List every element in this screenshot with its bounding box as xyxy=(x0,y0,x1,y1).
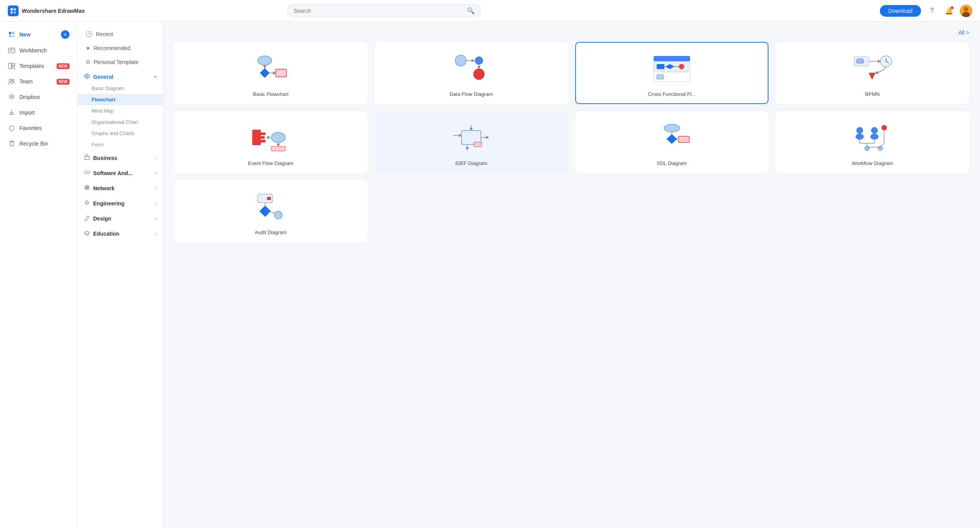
sidebar-item-new[interactable]: New + xyxy=(0,26,77,43)
new-icon xyxy=(8,31,16,38)
content-area: All > xyxy=(163,22,980,528)
mid-section-software[interactable]: Software And... › xyxy=(78,165,163,181)
mid-sub-flowchart[interactable]: Flowchart xyxy=(78,94,163,105)
sidebar-item-workbench[interactable]: Workbench xyxy=(0,43,77,58)
card-sdl-diagram[interactable]: SDL Diagram xyxy=(575,111,769,173)
sidebar-item-favorites-label: Favorites xyxy=(19,125,69,131)
recommended-icon: ★ xyxy=(85,45,90,52)
mid-sub-graphs-charts[interactable]: Graphs and Charts xyxy=(78,128,163,139)
mid-item-recommended[interactable]: ★ Recommended xyxy=(78,41,163,55)
svg-rect-57 xyxy=(271,146,285,151)
audit-diagram-title: Audit Diagram xyxy=(255,229,286,235)
search-bar[interactable]: 🔍 xyxy=(287,4,481,17)
mid-sub-form[interactable]: Form xyxy=(78,139,163,150)
cross-functional-title: Cross Functional Fl... xyxy=(648,91,696,97)
download-button[interactable]: Download xyxy=(880,5,921,17)
education-label: Education xyxy=(93,231,120,237)
app-name: Wondershare EdrawMax xyxy=(22,8,85,14)
sidebar-item-workbench-label: Workbench xyxy=(19,47,69,54)
form-label: Form xyxy=(92,142,103,148)
main-layout: New + Workbench Templates N xyxy=(0,22,980,528)
bpmn-icon xyxy=(782,50,962,86)
svg-point-72 xyxy=(871,134,878,139)
sidebar-item-templates-label: Templates xyxy=(19,63,53,69)
engineering-label: Engineering xyxy=(93,200,125,207)
software-label: Software And... xyxy=(93,170,132,176)
svg-point-5 xyxy=(964,7,968,12)
mid-section-general[interactable]: General ▾ xyxy=(78,69,163,83)
card-data-flow-diagram[interactable]: Data Flow Diagram xyxy=(375,42,568,104)
sidebar-item-team[interactable]: Team NEW xyxy=(0,74,77,89)
network-chevron: › xyxy=(155,186,156,191)
sidebar-item-new-label: New xyxy=(19,31,57,38)
mid-section-network[interactable]: Network › xyxy=(78,181,163,196)
svg-rect-11 xyxy=(9,48,15,53)
idef-icon xyxy=(382,120,561,155)
svg-rect-53 xyxy=(261,140,265,142)
svg-point-19 xyxy=(86,75,88,77)
engineering-icon xyxy=(84,200,90,207)
mid-section-design[interactable]: Design › xyxy=(78,211,163,226)
sidebar-item-templates[interactable]: Templates NEW xyxy=(0,58,77,74)
network-label: Network xyxy=(93,185,114,191)
svg-marker-24 xyxy=(260,68,269,78)
dropbox-icon xyxy=(8,93,16,101)
svg-rect-12 xyxy=(9,63,11,69)
design-chevron: › xyxy=(155,216,156,221)
svg-rect-39 xyxy=(657,75,664,79)
user-avatar[interactable] xyxy=(960,5,972,17)
personal-template-icon: ⚙ xyxy=(85,59,90,66)
mid-sub-org-chart[interactable]: Organizational Chart xyxy=(78,116,163,128)
svg-point-28 xyxy=(455,55,466,66)
sidebar-item-team-label: Team xyxy=(19,78,53,85)
new-plus-button[interactable]: + xyxy=(61,30,69,39)
card-audit-diagram[interactable]: Audit Diagram xyxy=(174,180,368,242)
notification-button[interactable]: 🔔 xyxy=(943,5,955,17)
svg-rect-33 xyxy=(654,56,690,61)
app-logo-icon xyxy=(8,5,19,16)
mid-section-business[interactable]: Business › xyxy=(78,150,163,165)
mid-item-personal-template[interactable]: ⚙ Personal Template xyxy=(78,55,163,69)
notification-dot xyxy=(951,6,954,9)
mid-section-engineering[interactable]: Engineering › xyxy=(78,196,163,211)
general-icon xyxy=(84,73,90,80)
data-flow-diagram-icon xyxy=(382,50,561,86)
event-flow-icon xyxy=(181,120,361,155)
sidebar-item-import[interactable]: Import xyxy=(0,105,77,120)
svg-rect-9 xyxy=(9,35,11,37)
card-cross-functional-flowchart[interactable]: Cross Functional Fl... xyxy=(575,42,769,104)
search-input[interactable] xyxy=(294,8,464,14)
mid-item-recent[interactable]: 🕐 Recent xyxy=(78,27,163,41)
svg-point-23 xyxy=(258,56,272,65)
svg-rect-17 xyxy=(10,142,13,146)
mid-item-personal-template-label: Personal Template xyxy=(94,59,139,65)
sidebar-item-recycle-bin[interactable]: Recycle Bin xyxy=(0,136,77,151)
mind-map-label: Mind Map xyxy=(92,108,114,114)
mid-sub-basic-diagram[interactable]: Basic Diagram xyxy=(78,83,163,94)
sidebar-item-recycle-label: Recycle Bin xyxy=(19,141,69,147)
help-button[interactable]: ? xyxy=(926,5,938,17)
svg-rect-14 xyxy=(12,66,15,69)
all-link[interactable]: All > xyxy=(958,30,969,36)
content-header: All > xyxy=(174,30,969,36)
svg-rect-20 xyxy=(85,156,89,160)
sidebar-item-favorites[interactable]: Favorites xyxy=(0,120,77,136)
mid-sub-mind-map[interactable]: Mind Map xyxy=(78,105,163,116)
card-bpmn[interactable]: BPMN xyxy=(775,42,969,104)
card-idef-diagram[interactable]: IDEF Diagram xyxy=(375,111,568,173)
import-icon xyxy=(8,109,16,116)
design-label: Design xyxy=(93,215,111,222)
sidebar-item-dropbox[interactable]: Dropbox xyxy=(0,89,77,105)
general-chevron: ▾ xyxy=(154,74,156,80)
sdl-icon xyxy=(582,120,762,155)
card-event-flow-diagram[interactable]: Event Flow Diagram xyxy=(174,111,368,173)
header: Wondershare EdrawMax 🔍 Download ? 🔔 xyxy=(0,0,980,22)
svg-rect-3 xyxy=(14,11,16,14)
svg-rect-51 xyxy=(261,132,265,135)
mid-sidebar: 🕐 Recent ★ Recommended ⚙ Personal Templa… xyxy=(78,22,163,528)
header-actions: Download ? 🔔 xyxy=(880,5,972,17)
left-sidebar: New + Workbench Templates N xyxy=(0,22,78,528)
card-basic-flowchart[interactable]: Basic Flowchart xyxy=(174,42,368,104)
mid-section-education[interactable]: Education › xyxy=(78,226,163,241)
card-workflow-diagram[interactable]: Workflow Diagram xyxy=(775,111,969,173)
